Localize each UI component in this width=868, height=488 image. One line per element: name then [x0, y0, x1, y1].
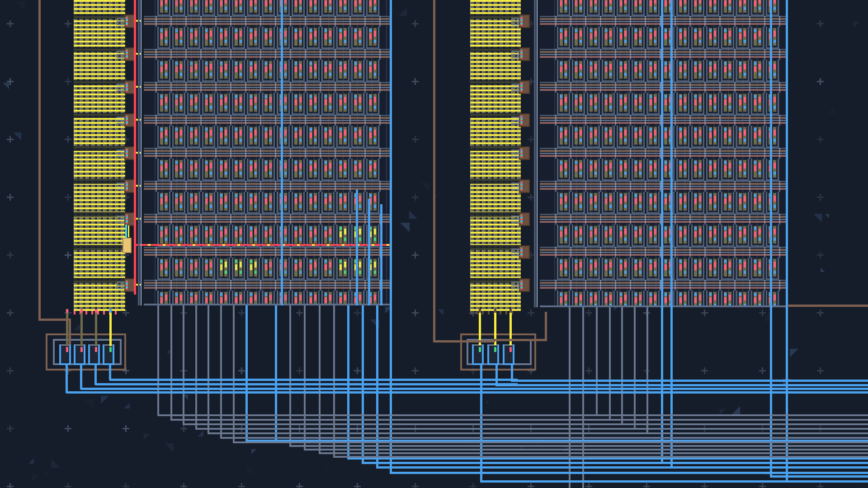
wire-segment-vertical[interactable] [281, 0, 283, 305]
wire-segment-vertical[interactable] [38, 0, 41, 320]
wire-segment-vertical[interactable] [596, 307, 598, 416]
wire-segment-vertical[interactable] [109, 311, 112, 346]
wire-segment-vertical[interactable] [170, 305, 172, 421]
wire-segment-horizontal[interactable] [304, 449, 868, 450]
wire-segment-horizontal[interactable] [95, 383, 518, 385]
wire-segment-vertical[interactable] [582, 307, 584, 488]
wire-segment-vertical[interactable] [545, 312, 547, 341]
wire-segment-horizontal[interactable] [157, 414, 868, 416]
row-connector-gate[interactable] [519, 179, 530, 193]
grid-plus-marker [759, 310, 766, 316]
row-connector-gate[interactable] [519, 14, 530, 28]
wire-segment-vertical[interactable] [390, 0, 392, 474]
row-connector-gate[interactable] [519, 47, 530, 61]
decoder-gate-unit[interactable] [59, 344, 71, 365]
wire-segment-vertical[interactable] [569, 307, 571, 488]
decoder-gate-unit[interactable] [472, 344, 484, 365]
wire-segment-vertical[interactable] [109, 365, 111, 380]
wire-segment-horizontal[interactable] [511, 380, 868, 382]
wire-segment-vertical[interactable] [376, 305, 378, 468]
wire-segment-horizontal[interactable] [480, 480, 868, 483]
wire-segment-vertical[interactable] [333, 305, 335, 458]
decoder-gate-unit[interactable] [487, 344, 499, 365]
wire-segment-vertical[interactable] [134, 0, 136, 295]
decoder-gate-unit[interactable] [103, 344, 114, 365]
wire-segment-vertical[interactable] [195, 305, 197, 430]
wire-segment-horizontal[interactable] [493, 339, 547, 341]
wire-segment-vertical[interactable] [356, 190, 358, 305]
wire-segment-vertical[interactable] [289, 305, 291, 447]
wire-segment-vertical[interactable] [125, 225, 127, 238]
wire-segment-horizontal[interactable] [220, 437, 868, 439]
wire-segment-vertical[interactable] [128, 225, 129, 237]
decoder-gate-unit[interactable] [503, 344, 514, 365]
wire-segment-vertical[interactable] [433, 0, 435, 342]
wire-segment-vertical[interactable] [509, 309, 512, 313]
wire-segment-vertical[interactable] [786, 0, 788, 482]
wire-segment-horizontal[interactable] [66, 391, 868, 394]
wire-segment-vertical[interactable] [479, 309, 481, 313]
wire-segment-vertical[interactable] [275, 305, 277, 441]
tan-component[interactable] [123, 238, 132, 253]
wire-segment-vertical[interactable] [183, 305, 184, 425]
decoder-gate-unit[interactable] [74, 344, 85, 365]
row-connector-gate[interactable] [519, 245, 530, 259]
wire-segment-vertical[interactable] [80, 309, 83, 313]
wire-segment-horizontal[interactable] [495, 384, 868, 386]
wire-segment-vertical[interactable] [94, 365, 97, 385]
triangle-noise [409, 211, 417, 219]
wire-segment-horizontal[interactable] [170, 419, 868, 421]
wire-segment-vertical[interactable] [537, 0, 538, 307]
wire-segment-horizontal[interactable] [770, 475, 868, 478]
wire-segment-vertical[interactable] [69, 319, 71, 344]
wire-segment-vertical[interactable] [66, 365, 68, 393]
wire-segment-vertical[interactable] [494, 309, 496, 313]
memory-cell-array[interactable] [540, 0, 788, 307]
decoder-gate-unit[interactable] [88, 344, 100, 365]
wire-segment-horizontal[interactable] [195, 428, 868, 430]
row-connector-gate[interactable] [519, 80, 530, 94]
wire-segment-vertical[interactable] [245, 305, 248, 441]
row-connector-gate[interactable] [519, 278, 530, 292]
wire-segment-horizontal[interactable] [390, 472, 868, 474]
wire-segment-horizontal[interactable] [333, 456, 868, 458]
wire-segment-vertical[interactable] [80, 365, 82, 389]
wire-segment-vertical[interactable] [380, 204, 382, 305]
circuit-canvas[interactable] [0, 0, 868, 488]
wire-segment-vertical[interactable] [347, 305, 349, 459]
memory-cell-array[interactable] [144, 0, 390, 305]
wire-segment-horizontal[interactable] [38, 319, 71, 321]
wire-segment-horizontal[interactable] [362, 462, 868, 464]
wire-segment-horizontal[interactable] [208, 432, 868, 434]
wire-segment-vertical[interactable] [661, 0, 663, 464]
wire-segment-vertical[interactable] [609, 307, 611, 421]
wire-segment-vertical[interactable] [233, 305, 235, 443]
row-connector-gate[interactable] [519, 113, 530, 127]
wire-segment-horizontal[interactable] [233, 441, 868, 443]
wire-segment-vertical[interactable] [95, 309, 97, 313]
wire-segment-horizontal[interactable] [319, 452, 868, 454]
wire-segment-vertical[interactable] [66, 311, 68, 346]
wire-segment-vertical[interactable] [80, 311, 83, 346]
wire-segment-horizontal[interactable] [183, 423, 868, 425]
wire-segment-vertical[interactable] [670, 0, 673, 468]
wire-segment-vertical[interactable] [634, 307, 636, 430]
wire-segment-horizontal[interactable] [81, 388, 868, 390]
wire-segment-vertical[interactable] [109, 309, 112, 313]
row-connector-gate[interactable] [519, 146, 530, 160]
wire-segment-vertical[interactable] [141, 0, 142, 305]
row-connector-gate[interactable] [519, 212, 530, 226]
wire-segment-vertical[interactable] [770, 0, 772, 477]
wire-segment-vertical[interactable] [95, 311, 97, 346]
wire-segment-vertical[interactable] [368, 199, 370, 305]
wire-segment-vertical[interactable] [534, 0, 536, 307]
wire-segment-horizontal[interactable] [788, 305, 868, 307]
wire-segment-horizontal[interactable] [289, 445, 868, 447]
wire-segment-vertical[interactable] [138, 0, 140, 305]
wire-segment-horizontal[interactable] [110, 379, 518, 381]
wire-segment-vertical[interactable] [157, 305, 159, 416]
wire-segment-vertical[interactable] [621, 307, 623, 425]
wire-segment-vertical[interactable] [66, 309, 68, 313]
wire-segment-horizontal[interactable] [433, 340, 495, 343]
wire-segment-horizontal[interactable] [376, 466, 868, 469]
